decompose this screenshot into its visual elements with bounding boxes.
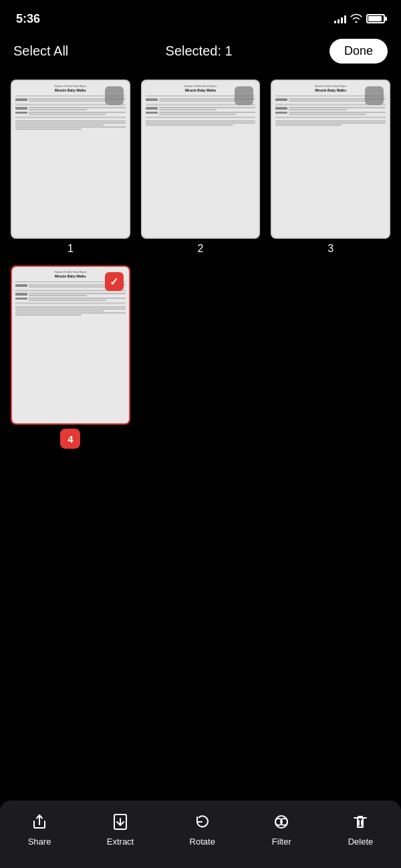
rotate-button[interactable]: Rotate	[190, 811, 215, 847]
share-icon	[29, 811, 50, 833]
bottom-toolbar: Share Extract Rotate	[0, 800, 401, 868]
status-icons	[334, 13, 385, 25]
pages-grid: Sample of Online News Report Miracle Bab…	[0, 74, 401, 459]
selected-count: Selected: 1	[166, 43, 233, 59]
extract-label: Extract	[107, 837, 134, 847]
rotate-icon	[192, 811, 213, 833]
page-1-label: 1	[68, 243, 74, 255]
page-thumbnail-3[interactable]: Sample of Online News Report Miracle Bab…	[271, 80, 390, 239]
page-thumbnail-2[interactable]: Sample of Online News Report Miracle Bab…	[141, 80, 261, 239]
share-label: Share	[28, 837, 51, 847]
page-item-4[interactable]: Sample of Online News Report Miracle Bab…	[11, 265, 130, 449]
page-item-3[interactable]: Sample of Online News Report Miracle Bab…	[271, 80, 390, 255]
page-3-checkbox[interactable]	[365, 86, 384, 105]
status-time: 5:36	[16, 12, 40, 26]
page-item-1[interactable]: Sample of Online News Report Miracle Bab…	[11, 80, 130, 255]
select-all-button[interactable]: Select All	[13, 43, 68, 59]
page-2-checkbox[interactable]	[235, 86, 253, 105]
delete-label: Delete	[348, 837, 374, 847]
page-item-2[interactable]: Sample of Online News Report Miracle Bab…	[141, 80, 261, 255]
filter-button[interactable]: Filter	[271, 811, 292, 847]
wifi-icon	[350, 13, 362, 25]
filter-label: Filter	[272, 837, 291, 847]
page-thumbnail-1[interactable]: Sample of Online News Report Miracle Bab…	[11, 80, 130, 239]
extract-button[interactable]: Extract	[107, 811, 134, 847]
filter-icon	[271, 811, 292, 833]
share-button[interactable]: Share	[28, 811, 51, 847]
status-bar: 5:36	[0, 0, 401, 33]
delete-icon	[350, 811, 371, 833]
rotate-label: Rotate	[190, 837, 215, 847]
page-3-label: 3	[327, 243, 333, 255]
page-4-checkbox[interactable]	[105, 272, 124, 291]
delete-button[interactable]: Delete	[348, 811, 374, 847]
done-button[interactable]: Done	[329, 39, 388, 64]
extract-icon	[110, 811, 131, 833]
page-thumbnail-4[interactable]: Sample of Online News Report Miracle Bab…	[11, 265, 130, 425]
signal-icon	[334, 14, 346, 23]
page-4-label: 4	[60, 429, 80, 449]
page-2-label: 2	[198, 243, 204, 255]
battery-icon	[366, 14, 385, 23]
page-1-checkbox[interactable]	[105, 86, 124, 105]
header: Select All Selected: 1 Done	[0, 33, 401, 74]
